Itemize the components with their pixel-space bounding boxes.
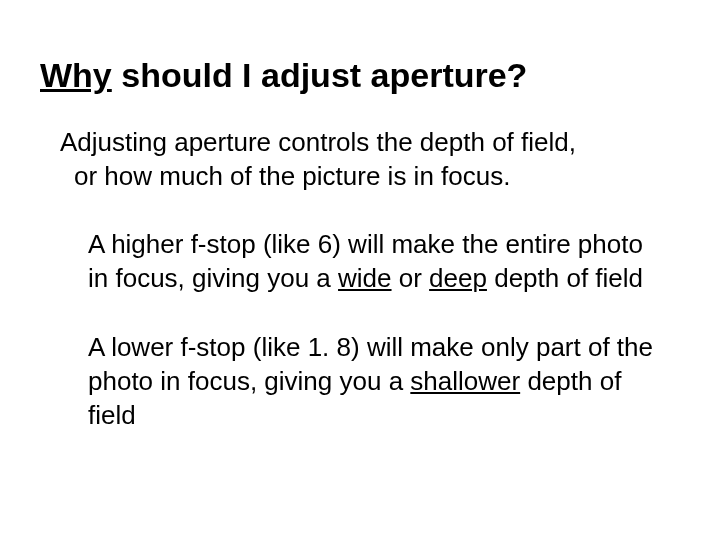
low-fstop-paragraph: A lower f-stop (like 1. 8) will make onl… (88, 331, 670, 432)
intro-line-1: Adjusting aperture controls the depth of… (60, 127, 576, 157)
slide-title: Why should I adjust aperture? (40, 55, 680, 96)
high-fstop-paragraph: A higher f-stop (like 6) will make the e… (88, 228, 670, 296)
high-mid: or (392, 263, 430, 293)
slide-title-rest: should I adjust aperture? (112, 56, 528, 94)
high-post: depth of field (487, 263, 643, 293)
intro-paragraph: Adjusting aperture controls the depth of… (60, 126, 680, 194)
low-underline-shallower: shallower (410, 366, 520, 396)
high-underline-deep: deep (429, 263, 487, 293)
slide-title-underlined: Why (40, 56, 112, 94)
intro-line-2: or how much of the picture is in focus. (74, 160, 680, 194)
high-underline-wide: wide (338, 263, 391, 293)
slide: Why should I adjust aperture? Adjusting … (0, 0, 720, 540)
